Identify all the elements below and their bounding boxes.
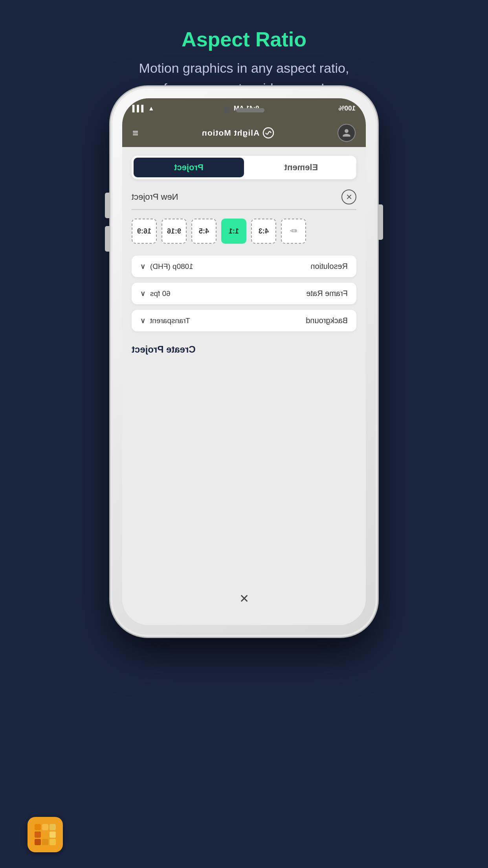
ar-btn-45[interactable]: 4:5 [191, 219, 216, 244]
main-content: Element Project ✕ New Project [122, 147, 366, 625]
app-header: Alight Motion ≡ [122, 119, 366, 147]
resolution-value: 1080p (FHD) [150, 262, 193, 271]
resolution-value-group: 1080p (FHD) ∨ [140, 262, 193, 271]
background-label: Background [306, 316, 348, 325]
grid-cell-4 [35, 831, 41, 838]
resolution-row[interactable]: Resolution 1080p (FHD) ∨ [132, 256, 356, 277]
tab-project[interactable]: Project [134, 158, 244, 177]
tab-element[interactable]: Element [246, 156, 356, 179]
grid-cell-9 [50, 839, 56, 845]
power-button [378, 204, 383, 240]
bottom-close-button[interactable]: ✕ [239, 592, 249, 605]
grid-cell-5 [42, 831, 48, 838]
settings-section: Resolution 1080p (FHD) ∨ Frame Rate [132, 256, 356, 331]
grid-cell-8 [42, 839, 48, 845]
project-name-label: New Project [132, 192, 178, 202]
framerate-row[interactable]: Frame Rate 60 fps ∨ [132, 283, 356, 304]
grid-cell-6 [50, 831, 56, 838]
framerate-chevron: ∨ [140, 289, 145, 298]
app-icon-grid [35, 824, 56, 845]
grid-cell-2 [42, 824, 48, 830]
bottom-app-icon [28, 817, 63, 852]
aspect-ratio-row: ✏ 4:3 1:1 4:5 9:16 16:9 [132, 219, 356, 244]
background-chevron: ∨ [140, 316, 145, 325]
phone-camera [224, 107, 230, 113]
ar-btn-43[interactable]: 4:3 [251, 219, 276, 244]
app-name: Alight Motion [202, 128, 259, 138]
resolution-label: Resolution [310, 262, 348, 271]
ar-btn-916[interactable]: 9:16 [161, 219, 187, 244]
grid-cell-3 [50, 824, 56, 830]
status-icons: ▲ ▐▐▐ [132, 105, 154, 112]
ar-btn-169[interactable]: 16:9 [132, 219, 157, 244]
phone-notch-area [224, 107, 264, 113]
project-close-button[interactable]: ✕ [341, 189, 356, 204]
app-logo: Alight Motion [202, 127, 274, 139]
framerate-label: Frame Rate [306, 289, 348, 298]
create-project-button[interactable]: Create Project [132, 342, 356, 357]
page-header: Aspect Ratio Motion graphics in any aspe… [0, 0, 488, 98]
ar-btn-11[interactable]: 1:1 [221, 219, 246, 244]
resolution-chevron: ∨ [140, 262, 145, 271]
page-title: Aspect Ratio [0, 28, 488, 51]
grid-cell-7 [35, 839, 41, 845]
ar-btn-custom[interactable]: ✏ [281, 219, 306, 244]
status-battery: 100% [339, 105, 356, 112]
background-row[interactable]: Background Transparent ∨ [132, 310, 356, 331]
menu-icon[interactable]: ≡ [132, 127, 138, 139]
framerate-value-group: 60 fps ∨ [140, 289, 171, 298]
phone-speaker [236, 108, 264, 112]
app-logo-icon [262, 127, 274, 139]
grid-cell-1 [35, 824, 41, 830]
profile-avatar[interactable] [338, 124, 356, 142]
wifi-icon: ▲ [148, 105, 154, 112]
page-subtitle-line1: Motion graphics in any aspect ratio, [0, 58, 488, 78]
signal-icon: ▐▐▐ [132, 105, 146, 112]
framerate-value: 60 fps [150, 289, 171, 298]
user-icon [342, 128, 351, 138]
tab-switcher: Element Project [132, 156, 356, 179]
vol-up-button [105, 193, 110, 218]
background-value-group: Transparent ∨ [140, 316, 190, 325]
project-name-row: ✕ New Project [132, 189, 356, 210]
vol-down-button [105, 226, 110, 252]
background-value: Transparent [150, 316, 190, 325]
